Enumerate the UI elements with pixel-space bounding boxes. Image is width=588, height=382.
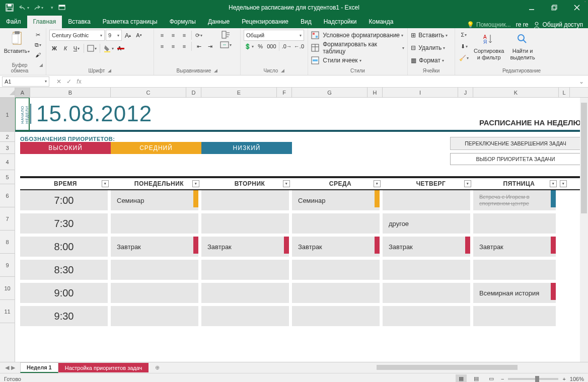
row-header-7[interactable]: 7 xyxy=(0,207,15,231)
enter-formula-icon[interactable]: ✓ xyxy=(64,78,74,85)
new-sheet-button[interactable]: ⊕ xyxy=(152,364,163,371)
schedule-cell[interactable] xyxy=(111,213,201,237)
filter-icon[interactable]: ▾ xyxy=(192,180,199,187)
cell-styles-button[interactable]: Стили ячеек▾ xyxy=(311,55,404,66)
sheet-nav-next[interactable]: ▶ xyxy=(11,364,15,371)
zoom-in-button[interactable]: + xyxy=(562,376,565,382)
horizontal-scrollbar[interactable] xyxy=(372,364,588,372)
orientation-icon[interactable]: ⟳▾ xyxy=(194,30,204,40)
schedule-cell[interactable] xyxy=(201,190,292,213)
fill-color-icon[interactable]: ▾ xyxy=(102,43,115,53)
minimize-button[interactable] xyxy=(520,0,543,15)
tab-insert[interactable]: Вставка xyxy=(62,16,97,28)
share-button[interactable]: Общий доступ xyxy=(533,21,583,28)
user-label[interactable]: re re xyxy=(516,21,529,28)
schedule-cell[interactable]: Завтрак xyxy=(383,237,473,260)
tab-review[interactable]: Рецензирование xyxy=(236,16,295,28)
schedule-cell[interactable]: Семинар xyxy=(292,190,383,213)
time-cell[interactable]: 8:00 xyxy=(20,237,111,260)
find-select-button[interactable]: Найти и выделить xyxy=(508,30,537,61)
number-format-select[interactable]: Общий▾ xyxy=(244,30,304,41)
schedule-cell[interactable] xyxy=(383,306,473,329)
schedule-cell[interactable] xyxy=(473,260,559,283)
font-color-icon[interactable]: A▾ xyxy=(116,43,126,53)
schedule-cell[interactable] xyxy=(111,306,201,329)
font-size-select[interactable]: 9▾ xyxy=(106,30,122,41)
tab-page-layout[interactable]: Разметка страницы xyxy=(97,16,164,28)
tab-team[interactable]: Команда xyxy=(363,16,400,28)
conditional-formatting-button[interactable]: Условное форматирование▾ xyxy=(311,30,404,41)
expand-formula-icon[interactable]: ⌄ xyxy=(575,78,588,85)
schedule-cell[interactable] xyxy=(383,260,473,283)
col-header-F[interactable]: F xyxy=(277,88,292,97)
format-cells-button[interactable]: ▦ Формат▾ xyxy=(411,55,448,66)
row-header-1[interactable]: 1 xyxy=(0,98,15,132)
name-box[interactable]: A1▾ xyxy=(2,77,49,87)
schedule-cell[interactable] xyxy=(473,213,559,237)
col-header-D[interactable]: D xyxy=(186,88,201,97)
schedule-cell[interactable] xyxy=(292,283,383,306)
schedule-cell[interactable] xyxy=(201,306,292,329)
merge-cells-icon[interactable]: ▾ xyxy=(219,40,233,50)
filter-icon[interactable]: ▾ xyxy=(102,180,109,187)
percent-format-icon[interactable]: % xyxy=(255,41,265,51)
qat-customize-icon[interactable]: ▾ xyxy=(45,1,58,14)
underline-button[interactable]: Ч▾ xyxy=(71,43,82,53)
clear-icon[interactable]: 🧹▾ xyxy=(458,53,470,63)
bold-button[interactable]: Ж xyxy=(49,43,59,53)
schedule-cell[interactable]: Завтрак xyxy=(473,237,559,260)
tab-home[interactable]: Главная xyxy=(27,16,62,28)
align-center-icon[interactable]: ≡ xyxy=(168,41,178,51)
schedule-cell[interactable] xyxy=(201,260,292,283)
col-header-G[interactable]: G xyxy=(292,88,368,97)
time-cell[interactable]: 9:30 xyxy=(20,306,111,329)
schedule-cell[interactable] xyxy=(383,190,473,213)
row-header-11[interactable]: 11 xyxy=(0,300,15,323)
fill-icon[interactable]: ⬇▾ xyxy=(458,41,470,51)
cut-icon[interactable]: ✂ xyxy=(33,30,43,40)
italic-button[interactable]: К xyxy=(60,43,70,53)
row-header-2[interactable]: 2 xyxy=(0,132,15,142)
schedule-cell[interactable]: Завтрак xyxy=(292,237,383,260)
row-header-4[interactable]: 4 xyxy=(0,154,15,170)
increase-font-icon[interactable]: A▴ xyxy=(123,30,133,40)
sheet-nav-prev[interactable]: ◀ xyxy=(5,364,9,371)
schedule-cell[interactable] xyxy=(473,306,559,329)
tab-formulas[interactable]: Формулы xyxy=(164,16,202,28)
number-launcher[interactable]: ◢ xyxy=(281,68,284,73)
time-cell[interactable]: 9:00 xyxy=(20,283,111,306)
clipboard-launcher[interactable]: ◢ xyxy=(39,62,43,73)
border-icon[interactable]: ▾ xyxy=(86,43,98,53)
delete-cells-button[interactable]: ⊟ Удалить▾ xyxy=(411,42,448,53)
align-middle-icon[interactable]: ≡ xyxy=(168,30,178,40)
redo-icon[interactable]: ▾ xyxy=(31,1,44,14)
schedule-cell[interactable] xyxy=(111,260,201,283)
save-icon[interactable] xyxy=(3,1,16,14)
tab-addins[interactable]: Надстройки xyxy=(318,16,363,28)
time-cell[interactable]: 7:00 xyxy=(20,190,111,213)
col-header-A[interactable]: A xyxy=(15,88,30,97)
schedule-cell[interactable] xyxy=(292,306,383,329)
zoom-out-button[interactable]: − xyxy=(501,376,504,382)
toggle-completion-button[interactable]: ПЕРЕКЛЮЧЕНИЕ ЗАВЕРШЕНИЯ ЗАДАЧ xyxy=(450,137,581,150)
time-cell[interactable]: 7:30 xyxy=(20,213,111,237)
maximize-button[interactable] xyxy=(543,0,565,15)
zoom-slider[interactable] xyxy=(508,378,558,380)
indent-increase-icon[interactable]: ⇥ xyxy=(205,41,215,51)
tell-me-input[interactable]: 💡 Помощник... xyxy=(467,21,511,28)
wrap-text-icon[interactable] xyxy=(219,30,233,40)
col-header-C[interactable]: C xyxy=(111,88,186,97)
col-header-L[interactable]: L xyxy=(559,88,570,97)
view-page-break-icon[interactable]: ▭ xyxy=(486,374,497,383)
row-header-8[interactable]: 8 xyxy=(0,231,15,254)
schedule-cell[interactable] xyxy=(111,283,201,306)
increase-decimal-icon[interactable]: .0→ xyxy=(281,41,292,51)
view-page-layout-icon[interactable]: ▤ xyxy=(471,374,482,383)
indent-decrease-icon[interactable]: ⇤ xyxy=(194,41,204,51)
schedule-cell[interactable] xyxy=(201,283,292,306)
format-painter-icon[interactable]: 🖌 xyxy=(33,50,43,60)
font-family-select[interactable]: Century Gothic▾ xyxy=(49,30,105,41)
paste-button[interactable]: Вставить▾ xyxy=(3,30,31,55)
schedule-cell[interactable]: Встреча с Игорем в спортивном центре xyxy=(473,190,559,213)
schedule-cell[interactable]: другое xyxy=(383,213,473,237)
